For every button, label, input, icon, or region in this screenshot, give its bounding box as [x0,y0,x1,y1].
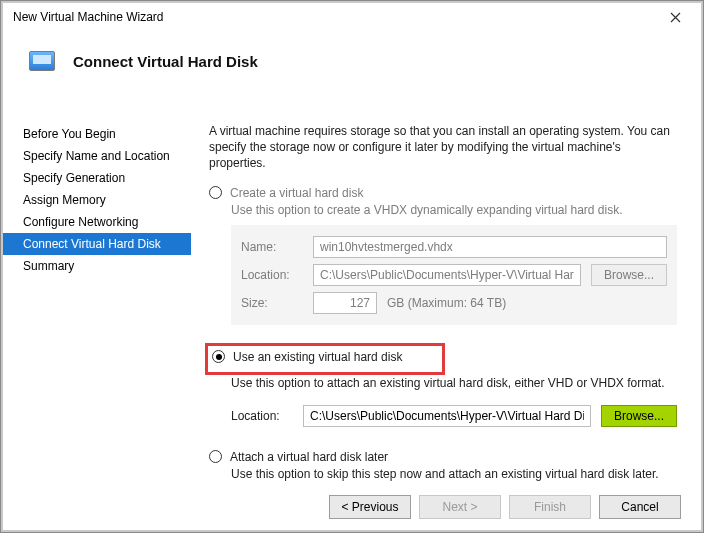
content-pane: A virtual machine requires storage so th… [191,109,703,482]
create-location-input [313,264,581,286]
intro-text: A virtual machine requires storage so th… [209,123,677,172]
radio-attach-later[interactable] [209,450,222,463]
option-existing-label: Use an existing virtual hard disk [233,350,402,364]
annotation-highlight: Use an existing virtual hard disk [205,343,445,375]
option-later-label: Attach a virtual hard disk later [230,450,388,464]
existing-location-input[interactable] [303,405,591,427]
radio-create-vhd[interactable] [209,186,222,199]
existing-location-label: Location: [231,409,293,423]
finish-button: Finish [509,495,591,519]
step-assign-memory[interactable]: Assign Memory [1,189,191,211]
create-size-suffix: GB (Maximum: 64 TB) [387,296,506,310]
option-existing-vhd: Use an existing virtual hard disk Use th… [209,343,677,432]
window-title: New Virtual Machine Wizard [13,10,655,24]
option-existing-desc: Use this option to attach an existing vi… [209,376,677,390]
close-icon[interactable] [655,3,695,31]
step-connect-vhd[interactable]: Connect Virtual Hard Disk [1,233,191,255]
wizard-icon [29,51,55,71]
wizard-steps-sidebar: Before You Begin Specify Name and Locati… [1,109,191,482]
option-create-label: Create a virtual hard disk [230,186,363,200]
option-create-desc: Use this option to create a VHDX dynamic… [209,203,677,217]
previous-button[interactable]: < Previous [329,495,411,519]
cancel-button[interactable]: Cancel [599,495,681,519]
wizard-footer: < Previous Next > Finish Cancel [1,482,703,532]
existing-form: Location: Browse... [231,400,677,432]
create-size-label: Size: [241,296,303,310]
radio-existing-vhd[interactable] [212,350,225,363]
create-name-input [313,236,667,258]
step-specify-generation[interactable]: Specify Generation [1,167,191,189]
option-create-vhd: Create a virtual hard disk Use this opti… [209,186,677,325]
step-configure-networking[interactable]: Configure Networking [1,211,191,233]
create-location-label: Location: [241,268,303,282]
create-browse-button: Browse... [591,264,667,286]
option-later-desc: Use this option to skip this step now an… [209,467,677,481]
step-specify-name-location[interactable]: Specify Name and Location [1,145,191,167]
next-button: Next > [419,495,501,519]
existing-browse-button[interactable]: Browse... [601,405,677,427]
titlebar: New Virtual Machine Wizard [1,1,703,33]
page-header: Connect Virtual Hard Disk [1,33,703,95]
step-before-you-begin[interactable]: Before You Begin [1,123,191,145]
option-attach-later: Attach a virtual hard disk later Use thi… [209,450,677,481]
create-form: Name: Location: Browse... Size: GB (Maxi… [231,225,677,325]
page-title: Connect Virtual Hard Disk [73,53,258,70]
create-size-input [313,292,377,314]
step-summary[interactable]: Summary [1,255,191,277]
create-name-label: Name: [241,240,303,254]
